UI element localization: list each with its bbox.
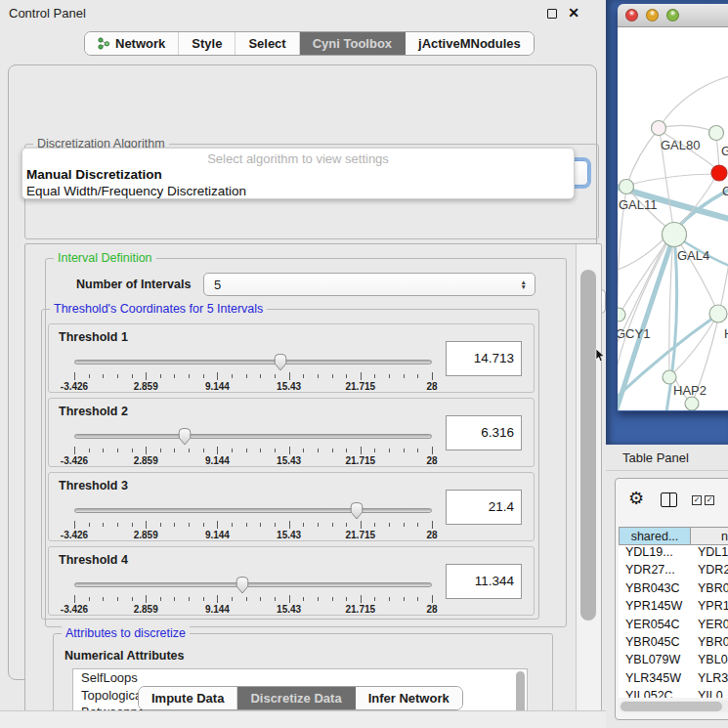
- tick-mark: [346, 523, 347, 527]
- close-icon[interactable]: ✕: [568, 5, 579, 21]
- column-header[interactable]: shared...: [619, 527, 691, 545]
- tab-cyni-toolbox[interactable]: Cyni Toolbox: [300, 32, 406, 55]
- scale-label: 28: [426, 530, 437, 540]
- scrollbar-thumb[interactable]: [580, 270, 596, 621]
- tab-network[interactable]: Network: [85, 32, 179, 55]
- table-row[interactable]: YIL052CYIL0: [619, 689, 728, 698]
- threshold-value-field[interactable]: 11.344: [446, 564, 522, 599]
- tick-mark: [404, 597, 405, 601]
- threshold-value-field[interactable]: 14.713: [446, 341, 522, 376]
- network-edge[interactable]: [627, 129, 659, 184]
- slider-thumb[interactable]: [177, 427, 193, 446]
- threshold-slider[interactable]: -3.4262.8599.14415.4321.71528: [74, 424, 432, 467]
- tick-mark: [275, 523, 276, 527]
- tick-mark: [260, 597, 261, 601]
- network-edge[interactable]: [618, 237, 670, 381]
- tick-mark: [103, 523, 104, 527]
- table-row[interactable]: YDR27...YDR2: [619, 563, 728, 580]
- tab-style[interactable]: Style: [179, 32, 236, 55]
- tick-mark: [232, 597, 233, 601]
- float-window-icon[interactable]: [547, 9, 557, 19]
- cell-shared-name: YIL052C: [619, 689, 691, 698]
- network-node-selected-red-node[interactable]: [711, 165, 727, 181]
- stepper-arrows-icon[interactable]: ▲▼: [521, 279, 527, 290]
- network-graph: GAL80GCGAL11GAL4GCY1HHAP2: [618, 27, 728, 410]
- scale-label: 9.144: [205, 530, 230, 540]
- network-node-H-node[interactable]: [709, 305, 727, 322]
- tab-impute-data[interactable]: Impute Data: [139, 687, 237, 709]
- threshold-value-field[interactable]: 21.4: [446, 490, 522, 525]
- node-label: GAL80: [661, 138, 700, 152]
- scale-label: 9.144: [205, 381, 230, 392]
- slider-thumb[interactable]: [235, 576, 250, 594]
- network-node-GAL4[interactable]: [663, 223, 687, 247]
- threshold-slider[interactable]: -3.4262.8599.14415.4321.71528: [74, 573, 432, 616]
- columns-icon[interactable]: [661, 492, 677, 507]
- gear-icon[interactable]: ⚙: [628, 490, 644, 507]
- slider-ticks: [74, 595, 432, 603]
- tab-jactivemnodules[interactable]: jActiveMNodules: [406, 32, 534, 55]
- mac-close-button[interactable]: [625, 9, 638, 21]
- column-header[interactable]: n: [691, 527, 728, 545]
- vertical-scrollbar[interactable]: [576, 244, 602, 712]
- number-of-intervals-combobox[interactable]: 5 ▲▼: [203, 273, 535, 296]
- network-edge[interactable]: [629, 174, 715, 185]
- threshold-slider[interactable]: -3.4262.8599.14415.4321.71528: [74, 498, 432, 541]
- table-row[interactable]: YBR043CYBR0: [619, 581, 728, 599]
- network-node-node-bottom[interactable]: [685, 397, 699, 410]
- scale-label: 21.715: [346, 381, 376, 392]
- tick-mark: [346, 597, 347, 601]
- table-row[interactable]: YBR045CYBR0: [619, 635, 728, 653]
- tab-discretize-data[interactable]: Discretize Data: [237, 687, 355, 709]
- table-header: shared...n: [619, 527, 728, 545]
- scrollbar-thumb[interactable]: [621, 702, 722, 711]
- threshold-value-field[interactable]: 6.316: [446, 415, 522, 450]
- mac-zoom-button[interactable]: [666, 9, 679, 21]
- tab-infer-network[interactable]: Infer Network: [356, 687, 462, 709]
- tick-mark: [374, 449, 375, 452]
- scale-label: 28: [426, 381, 437, 392]
- tick-mark: [117, 523, 118, 527]
- tick-mark: [117, 449, 118, 452]
- table-row[interactable]: YBL079WYBL0: [619, 653, 728, 670]
- scrollbar-thumb[interactable]: [516, 671, 525, 712]
- network-edge[interactable]: [672, 318, 716, 374]
- slider-track: [74, 582, 432, 587]
- slider-thumb[interactable]: [273, 353, 288, 371]
- table-row[interactable]: YLR345WYLR3: [619, 671, 728, 689]
- table-row[interactable]: YPR145WYPR1: [619, 599, 728, 617]
- network-node-GAL11[interactable]: [620, 180, 634, 194]
- tick-mark: [132, 374, 133, 378]
- algorithm-option[interactable]: Manual Discretization: [22, 166, 574, 183]
- checkbox-icon[interactable]: ✓: [692, 495, 702, 505]
- network-edge[interactable]: [618, 235, 674, 410]
- mac-minimize-button[interactable]: [646, 9, 659, 21]
- list-item[interactable]: SelfLoops: [73, 669, 527, 687]
- algorithm-option[interactable]: Equal Width/Frequency Discretization: [22, 183, 574, 199]
- horizontal-scrollbar[interactable]: [619, 701, 728, 712]
- network-node-GCY1[interactable]: [618, 308, 625, 321]
- network-canvas[interactable]: GAL80GCGAL11GAL4GCY1HHAP2: [618, 27, 728, 410]
- network-node-GAL80[interactable]: [652, 121, 666, 136]
- table-row[interactable]: YDL19...YDL1: [619, 545, 728, 563]
- network-node-HAP2[interactable]: [663, 370, 676, 384]
- network-node-node-top-right[interactable]: [709, 126, 724, 141]
- tick-mark: [174, 597, 175, 601]
- threshold-slider[interactable]: -3.4262.8599.14415.4321.71528: [74, 350, 432, 393]
- tick-mark: [318, 374, 319, 378]
- scale-label: 28: [426, 455, 437, 466]
- network-edge[interactable]: [659, 125, 715, 132]
- scale-label: 15.43: [277, 530, 301, 540]
- slider-thumb[interactable]: [349, 501, 364, 520]
- network-window[interactable]: GAL80GCGAL11GAL4GCY1HHAP2: [618, 4, 728, 411]
- tab-label: Cyni Toolbox: [313, 36, 392, 51]
- tick-mark: [318, 597, 319, 601]
- tab-select[interactable]: Select: [236, 32, 299, 55]
- tab-label: Select: [248, 36, 285, 51]
- network-edge[interactable]: [661, 74, 728, 125]
- table-row[interactable]: YER054CYER0: [619, 618, 728, 635]
- checkbox-icon[interactable]: ✓: [705, 495, 714, 505]
- network-edge[interactable]: [621, 235, 672, 311]
- tab-label: jActiveMNodules: [418, 36, 521, 51]
- tick-mark: [174, 523, 175, 527]
